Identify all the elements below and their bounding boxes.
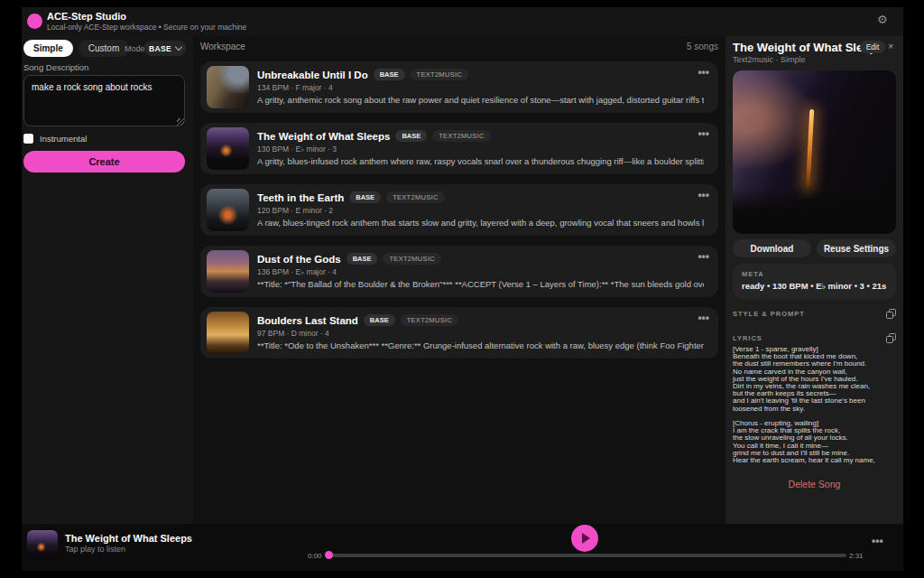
song-title: Teeth in the Earth xyxy=(257,192,344,203)
tab-custom[interactable]: Custom xyxy=(79,40,129,57)
create-button[interactable]: Create xyxy=(23,151,185,172)
song-meta: 134 BPM · F major · 4 xyxy=(257,83,333,92)
song-count: 5 songs xyxy=(673,42,718,51)
song-title-row: Teeth in the Earth BASE TEXT2MUSIC xyxy=(257,191,445,203)
song-title-row: Dust of the Gods BASE TEXT2MUSIC xyxy=(257,253,441,265)
song-menu-icon[interactable]: ••• xyxy=(698,128,709,139)
chevron-down-icon xyxy=(175,43,182,51)
song-description: A raw, blues-tinged rock anthem that sta… xyxy=(257,218,704,228)
song-card[interactable]: Teeth in the Earth BASE TEXT2MUSIC 120 B… xyxy=(200,184,718,236)
song-menu-icon[interactable]: ••• xyxy=(698,251,709,262)
song-meta: 130 BPM · E♭ minor · 3 xyxy=(257,144,337,154)
style-prompt-section: STYLE & PROMPT xyxy=(733,309,896,319)
song-artwork-thumbnail xyxy=(207,189,249,231)
seek-bar[interactable] xyxy=(327,554,846,557)
song-menu-icon[interactable]: ••• xyxy=(698,312,709,323)
lyrics-section: LYRICS xyxy=(733,333,896,343)
meta-value: ready • 130 BPM • E♭ minor • 3 • 21s xyxy=(742,281,887,291)
app-window: ACE-Step Studio Local-only ACE-Step work… xyxy=(0,0,924,578)
model-badge: BASE xyxy=(349,191,381,203)
player-artwork-thumbnail xyxy=(27,530,58,561)
song-title-row: Boulders Last Stand BASE TEXT2MUSIC xyxy=(257,314,458,326)
app-title: ACE-Step Studio xyxy=(47,11,126,22)
model-badge: BASE xyxy=(346,253,378,265)
delete-song-button[interactable]: Delete Song xyxy=(733,479,896,489)
song-title: The Weight of What Sleeps xyxy=(257,131,390,142)
task-tag: TEXT2MUSIC xyxy=(432,130,491,142)
mode-tabs: Simple Custom xyxy=(23,40,129,57)
instrumental-label: Instrumental xyxy=(40,134,87,144)
detail-subtitle: Text2music · Simple xyxy=(733,55,806,64)
copy-icon[interactable] xyxy=(886,309,896,319)
model-label: Model xyxy=(125,44,147,53)
workspace-title: Workspace xyxy=(200,42,245,51)
settings-gear-icon[interactable]: ⚙ xyxy=(877,13,888,26)
artwork-glow-crack xyxy=(806,109,815,188)
instrumental-checkbox[interactable] xyxy=(23,134,33,144)
app-logo xyxy=(27,14,42,29)
task-tag: TEXT2MUSIC xyxy=(401,314,459,326)
top-bar xyxy=(22,7,903,36)
textarea-resize-handle[interactable] xyxy=(177,118,184,126)
meta-label: META xyxy=(742,270,887,278)
play-button[interactable] xyxy=(571,525,598,552)
player-song-title: The Weight of What Sleeps xyxy=(65,533,192,544)
task-tag: TEXT2MUSIC xyxy=(411,69,469,80)
model-badge: BASE xyxy=(374,69,405,80)
player-bar xyxy=(22,524,903,571)
song-title: Dust of the Gods xyxy=(257,254,341,265)
instrumental-toggle[interactable]: Instrumental xyxy=(23,134,87,144)
current-time: 0:00 xyxy=(308,552,322,560)
close-icon[interactable]: × xyxy=(888,41,893,51)
total-time: 2:31 xyxy=(849,552,864,560)
app-subtitle: Local-only ACE-Step workspace • Secure o… xyxy=(47,23,246,32)
play-icon xyxy=(582,533,590,544)
model-value: BASE xyxy=(149,44,171,53)
song-title-row: Unbreakable Until I Do BASE TEXT2MUSIC xyxy=(257,69,468,80)
song-description: A gritty, anthemic rock song about the r… xyxy=(257,95,704,105)
song-title: Unbreakable Until I Do xyxy=(257,70,368,80)
detail-artwork xyxy=(733,70,896,234)
song-card[interactable]: Dust of the Gods BASE TEXT2MUSIC 136 BPM… xyxy=(200,246,718,297)
song-menu-icon[interactable]: ••• xyxy=(698,190,709,200)
song-artwork-thumbnail xyxy=(207,250,249,293)
download-button[interactable]: Download xyxy=(733,239,811,257)
song-description-input[interactable]: make a rock song about rocks xyxy=(23,75,185,126)
player-menu-icon[interactable]: ••• xyxy=(872,535,883,547)
model-badge: BASE xyxy=(395,130,427,142)
song-description-label: Song Description xyxy=(23,62,88,72)
reuse-settings-button[interactable]: Reuse Settings xyxy=(817,239,896,257)
lyrics-label: LYRICS xyxy=(733,334,762,342)
player-hint: Tap play to listen xyxy=(65,545,125,554)
seek-handle[interactable] xyxy=(325,551,333,559)
tab-simple[interactable]: Simple xyxy=(23,40,73,57)
song-description: **Title: *Ode to the Unshaken*** **Genre… xyxy=(257,340,704,350)
model-select[interactable]: BASE xyxy=(144,41,186,56)
song-card[interactable]: Unbreakable Until I Do BASE TEXT2MUSIC 1… xyxy=(200,61,718,113)
song-meta: 120 BPM · E minor · 2 xyxy=(257,206,333,215)
model-badge: BASE xyxy=(364,314,395,326)
lyrics-text: [Verse 1 - sparse, gravelly] Beneath the… xyxy=(733,346,896,464)
song-artwork-thumbnail xyxy=(207,312,249,354)
style-prompt-label: STYLE & PROMPT xyxy=(733,310,805,318)
meta-box: META ready • 130 BPM • E♭ minor • 3 • 21… xyxy=(733,264,896,299)
song-artwork-thumbnail xyxy=(207,127,249,170)
song-description: A gritty, blues-infused rock anthem wher… xyxy=(257,156,704,166)
song-meta: 97 BPM · D minor · 4 xyxy=(257,329,329,338)
song-card[interactable]: Boulders Last Stand BASE TEXT2MUSIC 97 B… xyxy=(200,307,718,359)
copy-icon[interactable] xyxy=(886,333,896,343)
song-meta: 136 BPM · E♭ major · 4 xyxy=(257,267,337,276)
song-title-row: The Weight of What Sleeps BASE TEXT2MUSI… xyxy=(257,130,491,142)
song-title: Boulders Last Stand xyxy=(257,315,358,326)
task-tag: TEXT2MUSIC xyxy=(386,191,445,203)
song-card[interactable]: The Weight of What Sleeps BASE TEXT2MUSI… xyxy=(200,123,718,174)
song-artwork-thumbnail xyxy=(207,66,249,108)
song-description: **Title: *"The Ballad of the Boulder & t… xyxy=(257,279,704,289)
song-menu-icon[interactable]: ••• xyxy=(698,67,709,78)
edit-button[interactable]: Edit xyxy=(860,41,885,53)
task-tag: TEXT2MUSIC xyxy=(383,253,441,265)
